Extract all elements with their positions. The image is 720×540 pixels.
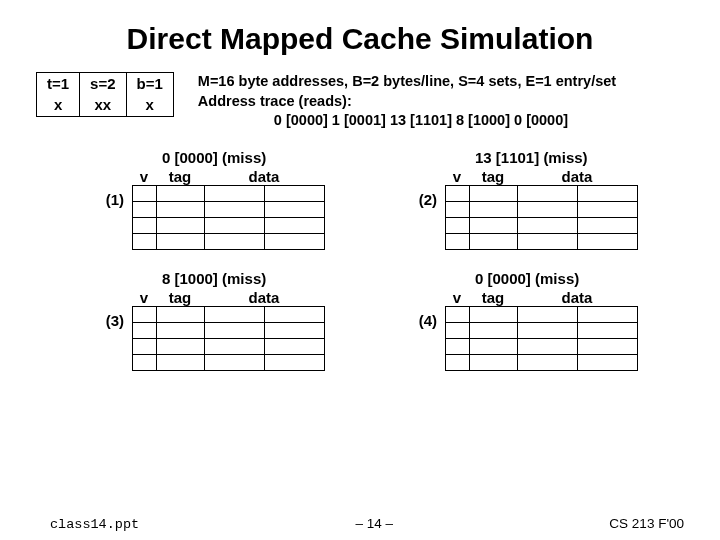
column-labels: v tag data: [132, 289, 325, 306]
parameters-text: M=16 byte addresses, B=2 bytes/line, S=4…: [198, 72, 616, 131]
col-data: data: [204, 289, 324, 306]
slide-title: Direct Mapped Cache Simulation: [0, 0, 720, 56]
col-v: v: [445, 168, 469, 185]
bits-b-label: b=1: [126, 73, 173, 95]
state-heading: 8 [1000] (miss): [132, 270, 325, 287]
bits-t-pattern: x: [37, 94, 80, 116]
state-heading: 0 [0000] (miss): [132, 149, 325, 166]
params-line1: M=16 byte addresses, B=2 bytes/line, S=4…: [198, 72, 616, 92]
state-heading: 13 [1101] (miss): [445, 149, 638, 166]
state-number: (4): [409, 312, 437, 329]
bitfield-table: t=1 s=2 b=1 x xx x: [36, 72, 174, 117]
column-labels: v tag data: [445, 289, 638, 306]
cache-state-2: (2) 13 [1101] (miss) v tag data: [409, 149, 682, 250]
col-data: data: [517, 168, 637, 185]
col-data: data: [204, 168, 324, 185]
col-data: data: [517, 289, 637, 306]
column-labels: v tag data: [445, 168, 638, 185]
col-tag: tag: [469, 289, 517, 306]
cache-states-grid: (1) 0 [0000] (miss) v tag data (2): [36, 149, 692, 371]
col-v: v: [132, 289, 156, 306]
params-trace: 0 [0000] 1 [0001] 13 [1101] 8 [1000] 0 […: [198, 111, 616, 131]
footer-page: – 14 –: [355, 516, 393, 531]
state-number: (1): [96, 191, 124, 208]
state-heading: 0 [0000] (miss): [445, 270, 638, 287]
cache-state-4: (4) 0 [0000] (miss) v tag data: [409, 270, 682, 371]
col-tag: tag: [156, 289, 204, 306]
bits-s-pattern: xx: [80, 94, 126, 116]
slide-body: t=1 s=2 b=1 x xx x M=16 byte addresses, …: [0, 56, 720, 371]
state-number: (2): [409, 191, 437, 208]
state-number: (3): [96, 312, 124, 329]
params-line2: Address trace (reads):: [198, 92, 616, 112]
col-tag: tag: [469, 168, 517, 185]
col-tag: tag: [156, 168, 204, 185]
cache-table: [132, 306, 325, 371]
bits-b-pattern: x: [126, 94, 173, 116]
footer-source: class14.ppt: [50, 517, 139, 532]
cache-table: [132, 185, 325, 250]
bits-t-label: t=1: [37, 73, 80, 95]
cache-state-1: (1) 0 [0000] (miss) v tag data: [96, 149, 369, 250]
cache-table: [445, 185, 638, 250]
column-labels: v tag data: [132, 168, 325, 185]
cache-state-3: (3) 8 [1000] (miss) v tag data: [96, 270, 369, 371]
bits-s-label: s=2: [80, 73, 126, 95]
cache-table: [445, 306, 638, 371]
footer-course: CS 213 F'00: [609, 516, 684, 531]
slide-footer: class14.ppt – 14 – CS 213 F'00: [0, 516, 720, 532]
col-v: v: [445, 289, 469, 306]
col-v: v: [132, 168, 156, 185]
